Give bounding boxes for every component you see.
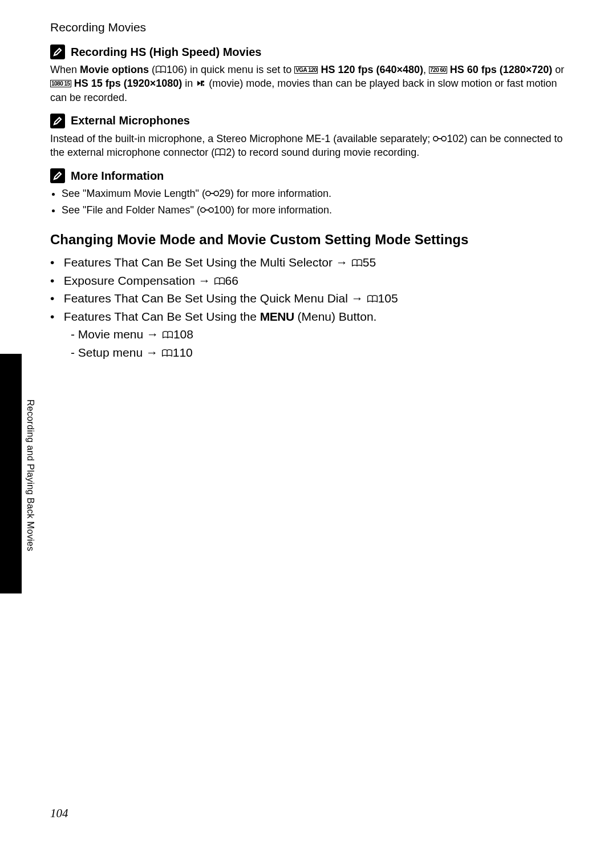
list-item: Movie menu → 108 bbox=[71, 325, 566, 344]
text-bold: Movie options bbox=[80, 64, 149, 75]
book-icon bbox=[214, 273, 225, 282]
svg-point-1 bbox=[433, 136, 438, 141]
pencil-icon bbox=[50, 168, 65, 183]
list-item: Setup menu → 110 bbox=[71, 344, 566, 362]
list-item: Features That Can Be Set Using the Multi… bbox=[50, 253, 566, 272]
page-ref: 66 bbox=[225, 274, 238, 287]
text: Exposure Compensation bbox=[64, 274, 198, 287]
text-bold: HS 120 fps (640×480) bbox=[318, 64, 423, 75]
svg-point-8 bbox=[201, 208, 205, 212]
note-more-info: More Information See "Maximum Movie Leng… bbox=[50, 168, 566, 217]
text: ( bbox=[149, 64, 155, 75]
pencil-icon bbox=[50, 114, 65, 128]
side-section-label: Recording and Playing Back Movies bbox=[25, 399, 35, 551]
note-head: External Microphones bbox=[50, 114, 566, 128]
text: ) to record sound during movie recording… bbox=[232, 147, 419, 158]
svg-point-6 bbox=[214, 191, 218, 196]
list-item: Features That Can Be Set Using the Quick… bbox=[50, 289, 566, 308]
arrow-icon: → bbox=[147, 328, 159, 341]
text: ) for more information. bbox=[230, 188, 331, 199]
book-icon bbox=[214, 147, 226, 156]
note-list: See "Maximum Movie Length" (29) for more… bbox=[50, 187, 566, 217]
page-ref: 105 bbox=[378, 292, 398, 305]
text: ) in quick menu is set to bbox=[184, 64, 294, 75]
mode-badge: 720 60 bbox=[429, 66, 447, 74]
book-icon bbox=[155, 64, 167, 73]
svg-point-5 bbox=[206, 191, 210, 196]
section-heading: Changing Movie Mode and Movie Custom Set… bbox=[50, 232, 566, 248]
note-body: When Movie options (106) in quick menu i… bbox=[50, 63, 566, 104]
page-ref: 100 bbox=[214, 204, 231, 216]
svg-point-9 bbox=[209, 208, 213, 212]
link-icon bbox=[200, 204, 214, 213]
text: See "File and Folder Names" ( bbox=[62, 204, 200, 216]
text: Instead of the built-in microphone, a St… bbox=[50, 133, 433, 144]
text: Features That Can Be Set Using the bbox=[64, 310, 260, 323]
text: Movie menu bbox=[78, 328, 147, 341]
note-external-mic: External Microphones Instead of the buil… bbox=[50, 114, 566, 160]
text: in bbox=[182, 78, 196, 89]
menu-label: MENU bbox=[260, 310, 294, 323]
page-ref: 55 bbox=[363, 256, 376, 269]
note-head: Recording HS (High Speed) Movies bbox=[50, 45, 566, 59]
link-icon bbox=[205, 188, 219, 197]
pencil-icon bbox=[50, 45, 65, 59]
page-header: Recording Movies bbox=[50, 21, 566, 34]
link-icon bbox=[433, 133, 447, 142]
page-number: 104 bbox=[50, 806, 68, 821]
section-list: Features That Can Be Set Using the Multi… bbox=[50, 253, 566, 361]
book-icon bbox=[162, 326, 173, 336]
list-item: Exposure Compensation → 66 bbox=[50, 272, 566, 290]
manual-page: Recording Movies Recording HS (High Spee… bbox=[0, 0, 616, 848]
text: (Menu) Button. bbox=[294, 310, 377, 323]
text: Features That Can Be Set Using the Multi… bbox=[64, 256, 336, 269]
text: Features That Can Be Set Using the Quick… bbox=[64, 292, 351, 305]
book-icon bbox=[161, 345, 173, 354]
text-bold: HS 60 fps (1280×720) bbox=[447, 64, 553, 75]
text: , bbox=[423, 64, 429, 75]
list-item: See "File and Folder Names" (100) for mo… bbox=[62, 203, 566, 217]
note-head: More Information bbox=[50, 168, 566, 183]
text: See "Maximum Movie Length" ( bbox=[62, 188, 205, 199]
note-body: Instead of the built-in microphone, a St… bbox=[50, 132, 566, 160]
svg-point-2 bbox=[442, 136, 447, 141]
list-item: Features That Can Be Set Using the MENU … bbox=[50, 308, 566, 362]
mode-badge: 1080 15 bbox=[50, 80, 71, 87]
text: When bbox=[50, 64, 80, 75]
movie-mode-icon bbox=[196, 78, 206, 87]
arrow-icon: → bbox=[336, 256, 348, 269]
arrow-icon: → bbox=[146, 346, 158, 359]
page-ref: 29 bbox=[219, 188, 230, 199]
page-ref: 2 bbox=[226, 147, 232, 158]
mode-badge: VGA 120 bbox=[294, 66, 318, 74]
text-bold: HS 15 fps (1920×1080) bbox=[71, 78, 183, 89]
arrow-icon: → bbox=[198, 274, 210, 287]
text: or bbox=[552, 64, 564, 75]
sub-list: Movie menu → 108 Setup menu → 110 bbox=[50, 325, 566, 361]
note-title: More Information bbox=[71, 169, 164, 183]
list-item: See "Maximum Movie Length" (29) for more… bbox=[62, 187, 566, 200]
note-title: External Microphones bbox=[71, 114, 190, 127]
note-title: Recording HS (High Speed) Movies bbox=[71, 46, 261, 59]
book-icon bbox=[351, 255, 363, 264]
side-tab-marker bbox=[0, 354, 22, 593]
note-recording-hs: Recording HS (High Speed) Movies When Mo… bbox=[50, 45, 566, 104]
page-ref: 108 bbox=[173, 328, 193, 341]
arrow-icon: → bbox=[351, 292, 363, 305]
book-icon bbox=[367, 290, 378, 300]
text: ) for more information. bbox=[231, 204, 332, 216]
page-ref: 110 bbox=[173, 346, 193, 359]
text: Setup menu bbox=[78, 346, 146, 359]
page-ref: 106 bbox=[167, 64, 184, 75]
page-ref: 102 bbox=[447, 133, 464, 144]
